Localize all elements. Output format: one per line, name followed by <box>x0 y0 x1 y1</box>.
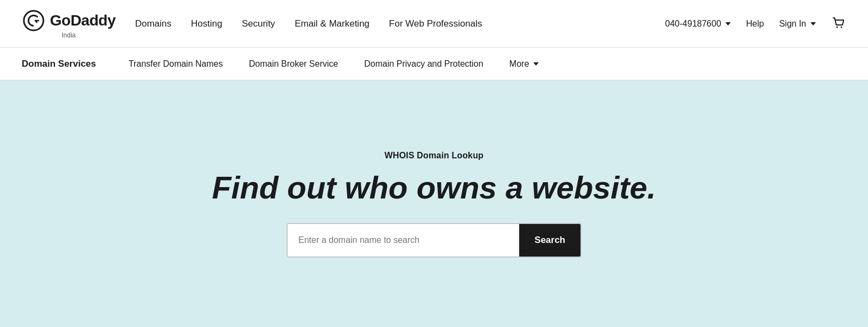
top-nav: GoDaddy India Domains Hosting Security E… <box>0 0 868 48</box>
logo-sub: India <box>61 31 75 39</box>
phone-number: 040-49187600 <box>665 19 721 29</box>
signin-label: Sign In <box>779 19 806 29</box>
signin-chevron-icon <box>810 22 816 25</box>
phone-chevron-icon <box>725 22 731 25</box>
nav-item-security[interactable]: Security <box>242 18 275 29</box>
nav-item-domains[interactable]: Domains <box>135 18 171 29</box>
sub-nav-brand: Domain Services <box>22 59 96 69</box>
nav-item-hosting[interactable]: Hosting <box>191 18 222 29</box>
hero-title: Find out who owns a website. <box>212 170 656 205</box>
sub-nav-links: Transfer Domain Names Domain Broker Serv… <box>129 59 539 69</box>
svg-point-1 <box>841 26 843 28</box>
logo-text: GoDaddy <box>50 12 116 29</box>
phone-button[interactable]: 040-49187600 <box>665 19 731 29</box>
sub-nav: Domain Services Transfer Domain Names Do… <box>0 48 868 80</box>
cart-icon <box>831 15 846 30</box>
nav-item-email-marketing[interactable]: Email & Marketing <box>295 18 369 29</box>
help-link[interactable]: Help <box>746 19 764 29</box>
svg-point-0 <box>837 26 838 28</box>
hero-subtitle: WHOIS Domain Lookup <box>385 151 484 161</box>
search-input[interactable] <box>288 224 519 257</box>
main-nav: Domains Hosting Security Email & Marketi… <box>135 18 665 29</box>
sub-nav-privacy[interactable]: Domain Privacy and Protection <box>364 59 483 69</box>
more-chevron-icon <box>533 62 539 66</box>
more-label: More <box>509 59 529 69</box>
search-bar: Search <box>288 224 580 257</box>
nav-item-web-professionals[interactable]: For Web Professionals <box>389 18 482 29</box>
godaddy-logo-icon <box>22 9 46 33</box>
hero-section: WHOIS Domain Lookup Find out who owns a … <box>0 80 868 327</box>
cart-button[interactable] <box>831 15 846 33</box>
sub-nav-broker[interactable]: Domain Broker Service <box>249 59 339 69</box>
sub-nav-transfer[interactable]: Transfer Domain Names <box>129 59 223 69</box>
logo[interactable]: GoDaddy India <box>22 9 116 39</box>
sub-nav-more[interactable]: More <box>509 59 539 69</box>
signin-button[interactable]: Sign In <box>779 19 816 29</box>
search-button[interactable]: Search <box>519 224 580 257</box>
right-nav: 040-49187600 Help Sign In <box>665 15 846 33</box>
